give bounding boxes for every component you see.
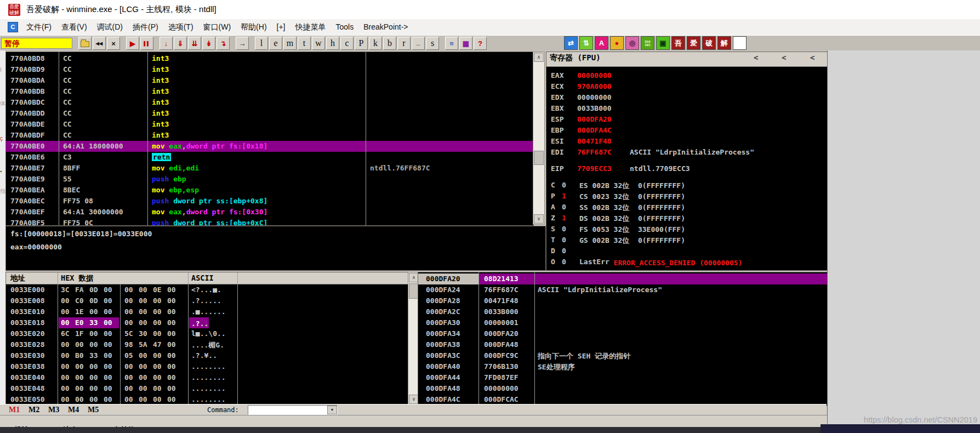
disasm-row[interactable]: 770A0BE064:A1 18000000mov eax,dword ptr … xyxy=(6,141,533,152)
blank-icon[interactable] xyxy=(733,36,747,50)
disasm-row[interactable]: 770A0BD8CCint3 xyxy=(6,53,533,64)
letter-button-c[interactable]: c xyxy=(340,37,354,50)
stack-row[interactable]: 000DFA4C000DFCAC xyxy=(418,394,827,405)
disasm-row[interactable]: 770A0BE78BFFmov edi,edintdll.76FF687C xyxy=(6,163,533,174)
menu-item-6[interactable]: 帮助(H) xyxy=(236,20,271,35)
menu-item-7[interactable]: [+] xyxy=(272,20,290,35)
disasm-row[interactable]: 770A0BDCCCint3 xyxy=(6,97,533,108)
wu-icon[interactable]: 吾 xyxy=(671,36,685,50)
register-row[interactable]: EBP000DFA4C xyxy=(546,125,827,136)
rewind-button[interactable]: ◀◀ xyxy=(93,37,106,50)
menu-item-2[interactable]: 调试(D) xyxy=(92,20,128,35)
disasm-row[interactable]: 770A0BDACCint3 xyxy=(6,75,533,86)
menu-item-0[interactable]: 文件(F) xyxy=(21,20,56,35)
close-button[interactable]: × xyxy=(107,37,120,50)
open-button[interactable] xyxy=(78,37,92,50)
stack-row[interactable]: 000DFA3000000001 xyxy=(418,317,827,328)
register-row[interactable]: EBX0033B000 xyxy=(546,103,827,114)
register-row[interactable]: ESP000DFA20 xyxy=(546,114,827,125)
menu-item-9[interactable]: Tools xyxy=(331,20,359,35)
menu-item-3[interactable]: 插件(P) xyxy=(128,20,163,35)
menu-item-5[interactable]: 窗口(W) xyxy=(198,20,236,35)
hexdump-row[interactable]: 0033E00800C00D0000000000.?..... xyxy=(6,295,408,306)
address-column-header[interactable]: 地址 xyxy=(10,274,25,283)
letter-button-h[interactable]: h xyxy=(326,37,339,50)
hexdump-row[interactable]: 0033E0380000000000000000........ xyxy=(6,361,408,372)
disasm-row[interactable]: 770A0BDDCCint3 xyxy=(6,108,533,119)
run-button[interactable]: ▶ xyxy=(126,37,139,50)
run-to-button[interactable]: ↴ xyxy=(216,37,230,50)
flag-row[interactable]: C0ES 002B 32位 0(FFFFFFFF) xyxy=(546,180,827,191)
memory-tab-M3[interactable]: M3 xyxy=(48,406,59,414)
memory-tab-M5[interactable]: M5 xyxy=(88,406,99,414)
mdi-child-icon[interactable]: C xyxy=(8,22,18,32)
memory-tab-M1[interactable]: M1 xyxy=(9,406,20,414)
hexdump-row[interactable]: 0033E0480000000000000000........ xyxy=(6,383,408,394)
ascii-a-icon[interactable]: A xyxy=(595,36,608,50)
stack-row[interactable]: 000DFA447FD087EF xyxy=(418,372,827,383)
animate-over-button[interactable]: ↡ xyxy=(202,37,215,50)
disasm-row[interactable]: 770A0BE955push ebp xyxy=(6,174,533,185)
help-button[interactable]: ? xyxy=(474,37,487,50)
letter-button-l[interactable]: l xyxy=(255,37,268,50)
letter-button-P[interactable]: P xyxy=(355,37,368,50)
windows-button[interactable]: ▦ xyxy=(459,37,472,50)
disasm-row[interactable]: 770A0BD9CCint3 xyxy=(6,64,533,75)
record-icon[interactable]: ● xyxy=(610,36,624,50)
memory-tab-M2[interactable]: M2 xyxy=(29,406,39,414)
disasm-row[interactable]: 770A0BDBCCint3 xyxy=(6,86,533,97)
hexdump-row[interactable]: 0033E0500000000000000000........ xyxy=(6,394,408,405)
flag-row[interactable]: O0LastErr ERROR_ACCESS_DENIED (00000005) xyxy=(546,257,827,267)
letter-button-m[interactable]: m xyxy=(283,37,297,50)
hexdump-row[interactable]: 0033E03000B0330005000000.?.¥.. xyxy=(6,350,408,361)
register-row[interactable]: EDX00000000 xyxy=(546,92,827,103)
flag-row[interactable]: Z1DS 002B 32位 0(FFFFFFFF) xyxy=(546,213,827,224)
step-into-button[interactable]: ↓ xyxy=(159,37,173,50)
stack-row[interactable]: 000DFA2476FF687CASCII "LdrpInitializePro… xyxy=(418,284,827,295)
eip-row[interactable]: EIP7709ECC3ntdll.7709ECC3 xyxy=(546,163,827,174)
hexdump-row[interactable]: 0033E010001E000000000000.■...... xyxy=(6,306,408,317)
hexdump-row[interactable]: 0033E02800000000985A4700....楣G. xyxy=(6,339,408,350)
letter-button-r[interactable]: r xyxy=(397,37,411,50)
binary-icon[interactable]: 010 101 xyxy=(641,36,654,50)
hexdump-row[interactable]: 0033E0003CFA0D0000000E00<?...■. xyxy=(6,284,408,295)
swap-icon[interactable]: ⇄ xyxy=(564,36,578,50)
po-icon[interactable]: 破 xyxy=(702,36,716,50)
disasm-row[interactable]: 770A0BDECCint3 xyxy=(6,119,533,130)
scroll-down-button[interactable]: ∨ xyxy=(534,214,544,224)
stack-row[interactable]: 000DFA407706B130SE处理程序 xyxy=(418,361,827,372)
hex-column-header[interactable]: HEX 数据 xyxy=(61,274,94,283)
viewers-button[interactable]: ≡ xyxy=(445,37,458,50)
letter-button-s[interactable]: s xyxy=(426,37,439,50)
letter-button-dots[interactable]: ... xyxy=(412,37,425,50)
hexdump-scrollbar[interactable]: ∧ ∨ xyxy=(408,272,419,405)
flag-row[interactable]: D0 xyxy=(546,246,827,257)
menu-item-8[interactable]: 快捷菜单 xyxy=(290,20,331,35)
letter-button-k[interactable]: k xyxy=(369,37,382,50)
stack-row[interactable]: 000DFA2008D21413 xyxy=(418,274,827,284)
stack-row[interactable]: 000DFA38000DFA48 xyxy=(418,339,827,350)
hexdump-row[interactable]: 0033E0206C1F00005C300000l■..\0.. xyxy=(6,328,408,339)
letter-button-e[interactable]: e xyxy=(269,37,282,50)
disasm-row[interactable]: 770A0BEF64:A1 30000000mov eax,dword ptr … xyxy=(6,207,533,218)
flag-row[interactable]: P1CS 0023 32位 0(FFFFFFFF) xyxy=(546,191,827,202)
menu-item-4[interactable]: 选项(T) xyxy=(163,20,198,35)
disasm-row[interactable]: 770A0BE6C3retn xyxy=(6,152,533,163)
menu-item-10[interactable]: BreakPoint-> xyxy=(358,20,413,35)
till-return-button[interactable]: → xyxy=(236,37,249,50)
dropdown-arrow-icon[interactable]: ▼ xyxy=(327,406,337,414)
scroll-up-button[interactable]: ∧ xyxy=(534,53,544,62)
stack-pane[interactable]: 000DFA2008D21413000DFA2476FF687CASCII "L… xyxy=(418,272,828,406)
stack-row[interactable]: 000DFA34000DFA20 xyxy=(418,328,827,339)
stack-row[interactable]: 000DFA4800000000 xyxy=(418,383,827,394)
letter-button-t[interactable]: t xyxy=(298,37,311,50)
register-row[interactable]: ESI00471F48 xyxy=(546,136,827,147)
disassembly-pane[interactable]: 770A0BD8CCint3770A0BD9CCint3770A0BDACCin… xyxy=(5,52,534,226)
disassembly-scrollbar[interactable]: ∧ ∨ xyxy=(533,52,545,225)
flag-row[interactable]: S0FS 0053 32位 33E000(FFF) xyxy=(546,224,827,235)
animate-into-button[interactable]: ⇊ xyxy=(188,37,201,50)
stack-row[interactable]: 000DFA2C0033B000 xyxy=(418,306,827,317)
ai-icon[interactable]: 爱 xyxy=(687,36,700,50)
disasm-row[interactable]: 770A0BF5FF75 0Cpush dword ptr ss:[ebp+0x… xyxy=(6,218,533,226)
step-over-button[interactable]: ⇓ xyxy=(174,37,187,50)
